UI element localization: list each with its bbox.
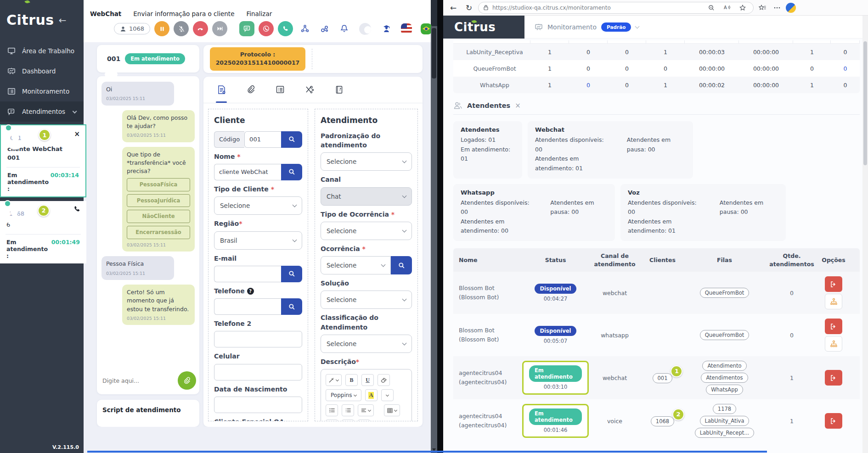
registration-form-icon[interactable] xyxy=(214,85,229,95)
insert-video-button[interactable] xyxy=(358,419,370,421)
chat-list-item-001[interactable]: 1 001 × cliente WebChat 001 Em atendimen… xyxy=(0,124,86,197)
insert-image-button[interactable] xyxy=(342,419,354,421)
whatsapp-channel-button[interactable] xyxy=(259,21,274,36)
address-bar[interactable]: https://studiox-qa.citrus.cx/monitoramen… xyxy=(478,2,754,14)
collapse-sidebar-icon[interactable]: ← xyxy=(59,16,67,25)
padronizacao-select[interactable]: Selecione xyxy=(321,152,412,171)
lock-icon xyxy=(483,5,489,11)
quick-reply-button[interactable]: Encerrarsessão xyxy=(127,226,190,239)
font-select[interactable]: Poppins xyxy=(326,389,361,401)
agent-row: Blossom Bot(Blossom Bot) Disponível00:04… xyxy=(453,272,860,314)
quick-reply-button[interactable]: PessoaFísica xyxy=(127,178,190,191)
codigo-input[interactable] xyxy=(244,131,281,148)
sidebar-item-dashboard[interactable]: Dashboard xyxy=(0,61,84,81)
data-nascimento-input[interactable] xyxy=(214,397,302,413)
history-list-icon[interactable] xyxy=(272,85,288,94)
hangup-button[interactable] xyxy=(193,21,208,36)
avatar[interactable] xyxy=(359,23,371,35)
tab-webchat[interactable]: WebChat xyxy=(90,10,121,17)
font-color-caret[interactable] xyxy=(381,389,394,401)
magic-style-button[interactable] xyxy=(326,374,342,386)
left-window-scrollbar[interactable] xyxy=(431,26,437,453)
solucao-select[interactable]: Selecione xyxy=(321,291,412,309)
unordered-list-button[interactable] xyxy=(326,404,338,416)
bold-button[interactable]: B xyxy=(345,374,358,386)
favorites-bar-icon[interactable] xyxy=(756,2,768,14)
tab-finalizar[interactable]: Finalizar xyxy=(246,10,272,17)
scrollbar-thumb[interactable] xyxy=(863,41,867,165)
underline-button[interactable]: U xyxy=(361,374,374,386)
descricao-editor[interactable]: B U Poppins A xyxy=(321,369,412,421)
attach-button[interactable] xyxy=(178,371,196,390)
browser-profile-avatar[interactable] xyxy=(786,3,796,13)
close-section-icon[interactable]: × xyxy=(515,101,521,110)
scrollbar-thumb[interactable] xyxy=(432,28,436,78)
classificacao-select[interactable]: Selecione xyxy=(321,335,412,353)
flag-br-icon[interactable] xyxy=(421,23,432,34)
browser-menu-icon[interactable] xyxy=(771,2,783,14)
telefone-input[interactable] xyxy=(214,298,281,315)
pause-button[interactable] xyxy=(154,21,169,36)
bell-icon[interactable] xyxy=(340,23,349,35)
agent-supervisor-icon[interactable] xyxy=(382,23,391,35)
flag-us-icon[interactable] xyxy=(401,23,412,34)
composer xyxy=(101,369,195,391)
browser-scrollbar[interactable] xyxy=(862,16,868,453)
tipo-de-cliente-select[interactable]: Selecione xyxy=(214,196,302,215)
notes-book-icon[interactable] xyxy=(331,85,347,94)
force-logout-button[interactable] xyxy=(825,319,842,334)
quick-reply-button[interactable]: PessoaJurídica xyxy=(127,194,190,207)
zoom-out-icon[interactable] xyxy=(705,2,717,14)
search-nome-button[interactable] xyxy=(281,164,302,180)
queues-config-button[interactable] xyxy=(825,294,842,309)
tab-enviar-informacao[interactable]: Enviar informação para o cliente xyxy=(133,10,234,17)
force-logout-button[interactable] xyxy=(825,276,842,292)
search-ocorrencia-button[interactable] xyxy=(391,256,412,274)
message-time: 03/02/2025 15:11 xyxy=(127,242,190,248)
network-share-icon[interactable] xyxy=(300,23,310,35)
attachment-icon[interactable] xyxy=(243,85,259,94)
quick-reply-button[interactable]: NãoCliente xyxy=(127,210,190,223)
monitoring-page: LabUnity_Receptiva 1 0 0 1 00:00:03 00:0… xyxy=(443,39,868,453)
regiao-select[interactable]: Brasil xyxy=(214,231,302,250)
transfer-skip-button[interactable] xyxy=(212,21,227,36)
search-email-button[interactable] xyxy=(281,266,302,282)
mute-button[interactable] xyxy=(174,21,189,36)
search-codigo-button[interactable] xyxy=(281,131,302,148)
transfer-network-icon[interactable] xyxy=(302,85,317,95)
chat-list-item-1068[interactable]: 2 1068 6 Em atendimento : 00:01:49 xyxy=(0,201,86,263)
chevron-down-icon[interactable] xyxy=(635,24,640,28)
canal-cell: whatsapp xyxy=(589,332,641,339)
telefone2-input[interactable] xyxy=(214,331,302,347)
queues-config-button[interactable] xyxy=(825,336,842,352)
browser-refresh-button[interactable]: ↻ xyxy=(462,1,475,14)
font-color-button[interactable]: A xyxy=(365,389,378,401)
table-button[interactable] xyxy=(384,404,400,416)
nome-input[interactable] xyxy=(214,164,281,180)
celular-input[interactable] xyxy=(214,364,302,380)
ordered-list-button[interactable] xyxy=(342,404,354,416)
message-input[interactable] xyxy=(102,377,174,384)
close-chat-icon[interactable]: × xyxy=(74,130,80,138)
read-aloud-icon[interactable]: A xyxy=(721,2,733,14)
paragraph-align-button[interactable] xyxy=(358,404,374,416)
ocorrencia-select[interactable]: Selecione xyxy=(321,256,391,274)
eraser-button[interactable] xyxy=(378,374,390,386)
help-icon[interactable]: ? xyxy=(247,288,254,295)
favorite-star-icon[interactable] xyxy=(737,2,749,14)
insert-link-button[interactable] xyxy=(326,419,338,421)
sidebar-item-monitoramento[interactable]: Monitoramento xyxy=(0,81,84,101)
force-logout-button[interactable] xyxy=(825,370,842,386)
voice-channel-button[interactable] xyxy=(278,21,293,36)
sidebar-item-atendimentos[interactable]: Atendimentos xyxy=(0,101,84,122)
browser-back-button[interactable]: ← xyxy=(447,1,460,14)
webchat-channel-button[interactable] xyxy=(239,21,254,36)
force-logout-button[interactable] xyxy=(825,413,842,429)
message-time: 03/02/2025 15:11 xyxy=(106,270,169,277)
search-telefone-button[interactable] xyxy=(281,298,302,315)
view-badge[interactable]: Padrão xyxy=(601,22,631,32)
email-input[interactable] xyxy=(214,266,281,282)
sidebar-item-area-de-trabalho[interactable]: Área de Trabalho xyxy=(0,41,84,61)
integrations-icon[interactable] xyxy=(320,23,329,35)
tipo-ocorrencia-select[interactable]: Selecione xyxy=(321,222,412,240)
